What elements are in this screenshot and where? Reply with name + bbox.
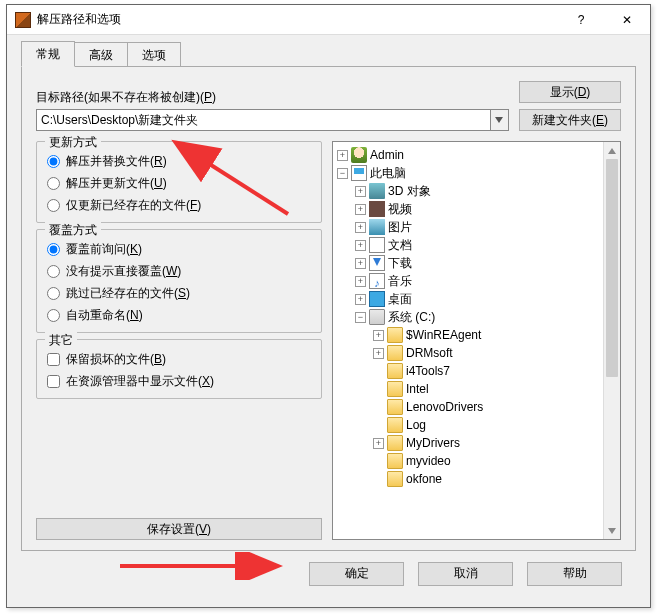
label-fresh-existing: 仅更新已经存在的文件(F) [66, 197, 201, 214]
user-icon [351, 147, 367, 163]
radio-extract-update[interactable] [47, 177, 60, 190]
check-keep-broken[interactable] [47, 353, 60, 366]
folder-icon [387, 345, 403, 361]
folder-icon [387, 453, 403, 469]
scroll-down-icon[interactable] [604, 522, 620, 539]
overwrite-mode-title: 覆盖方式 [45, 222, 101, 239]
label-auto-rename: 自动重命名(N) [66, 307, 143, 324]
folder-icon [387, 327, 403, 343]
tree-item[interactable]: 图片 [388, 218, 412, 236]
radio-auto-rename[interactable] [47, 309, 60, 322]
expand-icon[interactable]: + [355, 186, 366, 197]
label-overwrite-noprompt: 没有提示直接覆盖(W) [66, 263, 181, 280]
tree-item[interactable]: okfone [406, 470, 442, 488]
expand-icon[interactable]: + [355, 276, 366, 287]
tab-options[interactable]: 选项 [128, 42, 181, 67]
help-button[interactable]: ? [558, 5, 604, 35]
folder-icon [387, 399, 403, 415]
titlebar: 解压路径和选项 ? ✕ [7, 5, 650, 35]
folder-icon [387, 363, 403, 379]
folder-icon [387, 417, 403, 433]
tree-item[interactable]: 系统 (C:) [388, 308, 435, 326]
tree-item[interactable]: DRMsoft [406, 344, 453, 362]
new-folder-button[interactable]: 新建文件夹(E) [519, 109, 621, 131]
window-title: 解压路径和选项 [37, 11, 558, 28]
dialog-window: 解压路径和选项 ? ✕ 常规 高级 选项 目标路径(如果不存在将被创建)(P) [6, 4, 651, 608]
tree-item[interactable]: 视频 [388, 200, 412, 218]
video-icon [369, 201, 385, 217]
cancel-button[interactable]: 取消 [418, 562, 513, 586]
download-icon [369, 255, 385, 271]
app-icon [15, 12, 31, 28]
close-button[interactable]: ✕ [604, 5, 650, 35]
tree-item[interactable]: myvideo [406, 452, 451, 470]
label-skip-existing: 跳过已经存在的文件(S) [66, 285, 190, 302]
expand-icon[interactable]: + [355, 294, 366, 305]
tab-advanced[interactable]: 高级 [75, 42, 128, 67]
destination-dropdown[interactable] [491, 109, 509, 131]
destination-combo [36, 109, 509, 131]
radio-fresh-existing[interactable] [47, 199, 60, 212]
expand-icon[interactable]: + [355, 204, 366, 215]
documents-icon [369, 237, 385, 253]
check-show-explorer[interactable] [47, 375, 60, 388]
label-keep-broken: 保留损坏的文件(B) [66, 351, 166, 368]
folder-icon [387, 381, 403, 397]
tree-item[interactable]: 文档 [388, 236, 412, 254]
overwrite-mode-group: 覆盖方式 覆盖前询问(K) 没有提示直接覆盖(W) 跳过已经存在的文件(S) 自… [36, 229, 322, 333]
label-ask-before: 覆盖前询问(K) [66, 241, 142, 258]
tree-item[interactable]: $WinREAgent [406, 326, 481, 344]
radio-extract-replace[interactable] [47, 155, 60, 168]
pictures-icon [369, 219, 385, 235]
expand-icon[interactable]: + [355, 222, 366, 233]
tree-item[interactable]: 桌面 [388, 290, 412, 308]
expand-icon[interactable]: + [373, 438, 384, 449]
help-footer-button[interactable]: 帮助 [527, 562, 622, 586]
radio-ask-before[interactable] [47, 243, 60, 256]
tree-item[interactable]: MyDrivers [406, 434, 460, 452]
tree-item[interactable]: 下载 [388, 254, 412, 272]
radio-skip-existing[interactable] [47, 287, 60, 300]
label-show-explorer: 在资源管理器中显示文件(X) [66, 373, 214, 390]
chevron-down-icon [495, 117, 503, 123]
folder-tree-panel: +Admin −此电脑 +3D 对象 +视频 +图片 +文档 +下载 +♪音乐 … [332, 141, 621, 540]
tab-bar: 常规 高级 选项 [21, 43, 636, 67]
expand-icon[interactable]: + [355, 258, 366, 269]
collapse-icon[interactable]: − [337, 168, 348, 179]
tree-item[interactable]: Intel [406, 380, 429, 398]
update-mode-title: 更新方式 [45, 134, 101, 151]
expand-icon[interactable]: + [373, 330, 384, 341]
folder-tree[interactable]: +Admin −此电脑 +3D 对象 +视频 +图片 +文档 +下载 +♪音乐 … [333, 142, 603, 539]
tree-item[interactable]: 音乐 [388, 272, 412, 290]
tree-scrollbar[interactable] [603, 142, 620, 539]
expand-icon[interactable]: + [355, 240, 366, 251]
tab-panel-general: 目标路径(如果不存在将被创建)(P) 显示(D) 新建文件夹(E) [21, 66, 636, 551]
radio-overwrite-noprompt[interactable] [47, 265, 60, 278]
tree-item[interactable]: 此电脑 [370, 164, 406, 182]
tree-item[interactable]: i4Tools7 [406, 362, 450, 380]
desktop-icon [369, 291, 385, 307]
scroll-thumb[interactable] [606, 159, 618, 377]
this-pc-icon [351, 165, 367, 181]
ok-button[interactable]: 确定 [309, 562, 404, 586]
label-extract-update: 解压并更新文件(U) [66, 175, 167, 192]
expand-icon[interactable]: + [337, 150, 348, 161]
update-mode-group: 更新方式 解压并替换文件(R) 解压并更新文件(U) 仅更新已经存在的文件(F) [36, 141, 322, 223]
tab-general[interactable]: 常规 [21, 41, 75, 67]
scroll-up-icon[interactable] [604, 142, 620, 159]
label-extract-replace: 解压并替换文件(R) [66, 153, 167, 170]
misc-title: 其它 [45, 332, 77, 349]
folder-icon [387, 471, 403, 487]
show-button[interactable]: 显示(D) [519, 81, 621, 103]
tree-item[interactable]: 3D 对象 [388, 182, 431, 200]
tree-item[interactable]: LenovoDrivers [406, 398, 483, 416]
music-icon: ♪ [369, 273, 385, 289]
3d-objects-icon [369, 183, 385, 199]
save-settings-button[interactable]: 保存设置(V) [36, 518, 322, 540]
collapse-icon[interactable]: − [355, 312, 366, 323]
tree-item[interactable]: Log [406, 416, 426, 434]
expand-icon[interactable]: + [373, 348, 384, 359]
footer: 确定 取消 帮助 [21, 551, 636, 595]
destination-input[interactable] [36, 109, 491, 131]
tree-item[interactable]: Admin [370, 146, 404, 164]
